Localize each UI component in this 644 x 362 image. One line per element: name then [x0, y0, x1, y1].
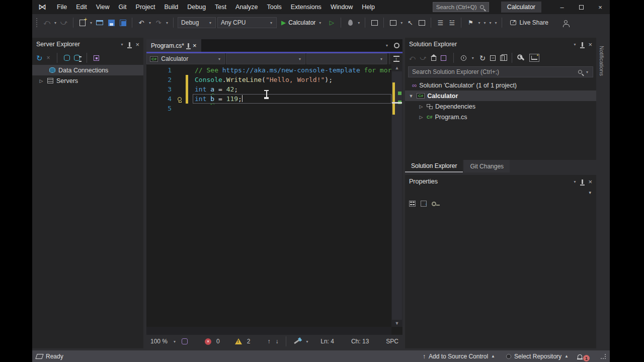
new-project-icon[interactable]: [77, 17, 88, 29]
code-health-icon[interactable]: [182, 338, 188, 344]
close-icon[interactable]: ×: [588, 41, 592, 48]
start-without-debugging-icon[interactable]: ▷: [327, 17, 337, 29]
properties-object-select[interactable]: ▾: [406, 188, 595, 197]
categorized-icon[interactable]: [409, 201, 416, 207]
solution-search-input[interactable]: Search Solution Explorer (Ctrl+;) ▾: [408, 66, 593, 77]
maximize-button[interactable]: [572, 0, 591, 14]
minimize-button[interactable]: –: [552, 0, 572, 14]
undo-icon[interactable]: ↶: [136, 17, 146, 29]
code-text[interactable]: [193, 104, 391, 113]
project-dropdown[interactable]: C# Calculator ▾: [146, 53, 225, 64]
undo-chevron-icon[interactable]: ▾: [148, 21, 152, 25]
bookmark-toggle-icon[interactable]: ⚑: [465, 17, 475, 29]
filter-chevron-icon[interactable]: ▾: [471, 56, 475, 60]
menu-build[interactable]: Build: [159, 1, 183, 13]
menu-view[interactable]: View: [92, 1, 114, 13]
lightbulb-icon[interactable]: [176, 97, 184, 101]
close-button[interactable]: ×: [591, 0, 610, 14]
menu-analyze[interactable]: Analyze: [231, 1, 262, 13]
expand-chevron-icon[interactable]: ▷: [38, 78, 44, 83]
menu-git[interactable]: Git: [114, 1, 131, 13]
window-position-chevron-icon[interactable]: ▾: [120, 42, 124, 47]
save-icon[interactable]: [106, 17, 116, 29]
search-chevron-icon[interactable]: ▾: [585, 70, 589, 74]
tree-item-dependencies[interactable]: ▷ Dependencies: [405, 101, 596, 112]
document-outline-icon[interactable]: [417, 17, 427, 29]
open-file-icon[interactable]: [95, 17, 105, 29]
server-explorer-title-bar[interactable]: Server Explorer ▾ ×: [32, 38, 143, 51]
find-in-files-icon[interactable]: [369, 17, 379, 29]
pin-icon[interactable]: [582, 179, 583, 184]
code-text[interactable]: Console.WriteLine("Hello, World!");: [193, 75, 391, 84]
code-text[interactable]: int b = 119;: [193, 94, 391, 104]
new-project-chevron-icon[interactable]: ▾: [89, 21, 93, 25]
menu-tools[interactable]: Tools: [263, 1, 286, 13]
navigate-to-icon[interactable]: [388, 17, 398, 29]
tree-item-data-connections[interactable]: Data Connections: [32, 65, 143, 75]
alphabetical-sort-icon[interactable]: [421, 201, 427, 207]
toolbar-grip[interactable]: [36, 18, 38, 27]
pin-icon[interactable]: [129, 42, 130, 47]
pin-icon[interactable]: [582, 42, 583, 47]
editor-options-gear-icon[interactable]: [394, 43, 399, 48]
select-pointer-icon[interactable]: ↖: [405, 17, 415, 29]
zoom-chevron-icon[interactable]: ▾: [173, 339, 177, 344]
solution-explorer-title-bar[interactable]: Solution Explorer ▾ ×: [405, 38, 596, 51]
menu-project[interactable]: Project: [131, 1, 160, 13]
properties-title-bar[interactable]: Properties ▾ ×: [405, 175, 596, 188]
connect-to-server-icon[interactable]: [74, 55, 80, 61]
connect-to-database-icon[interactable]: [64, 55, 70, 61]
bookmark-next-icon[interactable]: ▾: [482, 21, 487, 25]
sharepoint-connections-icon[interactable]: [94, 55, 99, 61]
close-icon[interactable]: ×: [588, 178, 592, 185]
window-position-chevron-icon[interactable]: ▾: [573, 42, 577, 47]
show-all-files-icon[interactable]: [500, 55, 505, 61]
warning-count[interactable]: 2: [247, 338, 251, 345]
scroll-down-icon[interactable]: ▼: [391, 320, 403, 327]
close-icon[interactable]: ×: [135, 41, 139, 48]
menu-test[interactable]: Test: [210, 1, 231, 13]
scroll-up-icon[interactable]: ▲: [391, 64, 403, 71]
navigate-forward-icon[interactable]: ⤻: [59, 17, 69, 29]
switch-views-icon[interactable]: [441, 55, 446, 61]
start-debugging-button[interactable]: ▶ Calculator ▾: [278, 17, 325, 29]
solution-platform-select[interactable]: Any CPU▾: [217, 17, 277, 28]
member-dropdown[interactable]: ▾: [306, 53, 387, 64]
code-line[interactable]: 2Console.WriteLine("Hello, World!");: [146, 75, 391, 84]
split-window-button[interactable]: ↕: [389, 53, 403, 64]
hot-reload-chevron-icon[interactable]: ▾: [357, 21, 361, 25]
tree-item-program-cs[interactable]: ▷ C# Program.cs: [405, 112, 596, 122]
properties-wrench-icon[interactable]: [520, 55, 525, 60]
navigate-to-chevron-icon[interactable]: ▾: [399, 21, 404, 25]
stop-refresh-icon[interactable]: ×: [47, 54, 50, 61]
tab-solution-explorer[interactable]: Solution Explorer: [405, 160, 463, 172]
code-text[interactable]: // See https://aka.ms/new-console-templa…: [193, 65, 391, 75]
pin-icon[interactable]: [188, 43, 189, 48]
redo-icon[interactable]: ↷: [153, 17, 164, 29]
vertical-scrollbar[interactable]: ▲ ▼: [391, 64, 403, 327]
code-cleanup-chevron-icon[interactable]: ▾: [305, 339, 309, 344]
quick-search-input[interactable]: Search (Ctrl+Q): [433, 2, 489, 12]
prev-issue-icon[interactable]: ↑: [267, 338, 270, 345]
collapse-all-icon[interactable]: −: [490, 55, 496, 61]
back-icon[interactable]: ⤺: [409, 54, 416, 61]
bookmark-prev-icon[interactable]: ▾: [477, 21, 481, 25]
navigate-back-chevron-icon[interactable]: ▾: [53, 21, 57, 25]
horizontal-scrollbar[interactable]: [146, 327, 391, 335]
live-share-button[interactable]: Live Share: [506, 19, 552, 26]
code-line[interactable]: 1// See https://aka.ms/new-console-templ…: [146, 65, 391, 75]
menu-help[interactable]: Help: [357, 1, 379, 13]
collapse-chevron-icon[interactable]: ▼: [408, 94, 414, 99]
property-pages-icon[interactable]: [432, 202, 436, 206]
comment-selection-icon[interactable]: ☰: [435, 17, 445, 29]
solution-configuration-select[interactable]: Debug▾: [178, 17, 216, 28]
home-icon[interactable]: [431, 57, 436, 61]
sync-icon[interactable]: ↻: [479, 54, 486, 62]
refresh-icon[interactable]: ↻: [36, 54, 43, 62]
warning-icon[interactable]: [235, 338, 242, 344]
preview-selected-items-button[interactable]: [529, 54, 539, 62]
menu-file[interactable]: File: [52, 1, 71, 13]
forward-icon[interactable]: ⤻: [420, 54, 427, 61]
type-dropdown[interactable]: ▾: [226, 53, 305, 64]
uncomment-selection-icon[interactable]: ☱: [447, 17, 457, 29]
